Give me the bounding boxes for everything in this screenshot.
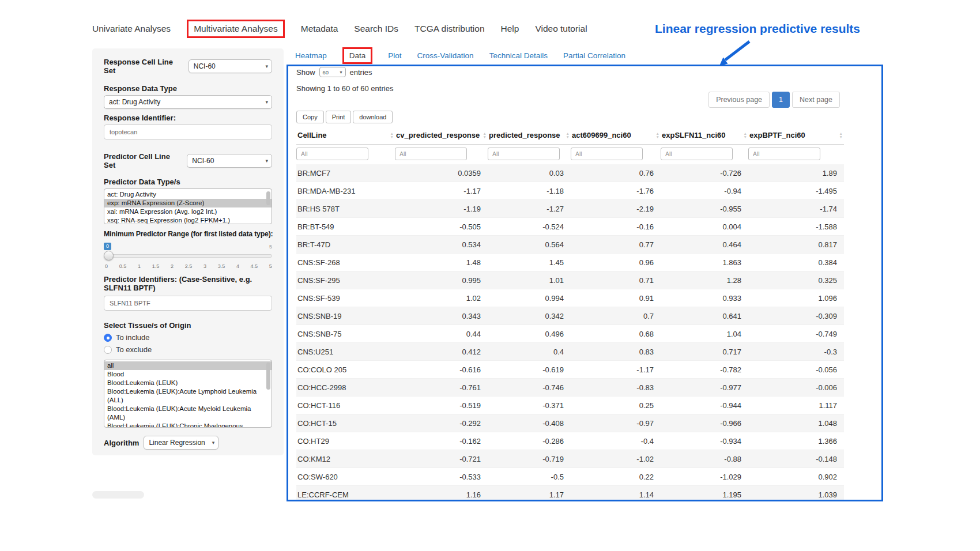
listbox-option[interactable]: all — [104, 361, 272, 370]
predictor-data-type-listbox[interactable]: act: Drug Activity exp: mRNA Expression … — [104, 188, 272, 224]
column-header[interactable]: predicted_response ▲ ▼ — [488, 126, 571, 144]
nav-item[interactable]: TCGA distribution — [414, 21, 484, 36]
sort-icon[interactable]: ▲ ▼ — [744, 132, 747, 139]
sort-icon[interactable]: ▲ ▼ — [483, 132, 487, 139]
slider-value-badge: 0 — [104, 243, 111, 250]
column-header[interactable]: act609699_nci60 ▲ ▼ — [571, 126, 661, 144]
value-cell: -0.719 — [488, 450, 571, 467]
previous-page-button[interactable]: Previous page — [708, 92, 770, 108]
column-header[interactable]: expSLFN11_nci60 ▲ ▼ — [661, 126, 748, 144]
slider-handle[interactable] — [104, 251, 114, 261]
radio-icon[interactable] — [104, 346, 112, 354]
sort-icon[interactable]: ▲ ▼ — [566, 132, 570, 139]
nav-item[interactable]: Help — [501, 21, 519, 36]
listbox-option[interactable]: Blood — [104, 370, 272, 379]
tab[interactable]: Data — [342, 47, 373, 64]
select-value: NCI-60 — [194, 62, 216, 70]
sort-icon[interactable]: ▲ ▼ — [656, 132, 659, 139]
column-header[interactable]: cv_predicted_response ▲ ▼ — [395, 126, 488, 144]
column-filter-input[interactable] — [488, 148, 560, 160]
value-cell: -0.3 — [748, 343, 844, 360]
slider-track[interactable] — [104, 254, 272, 258]
algorithm-select[interactable]: Linear Regression ▾ — [144, 436, 218, 450]
column-header[interactable]: CellLine ▲ ▼ — [296, 126, 395, 144]
nav-item[interactable]: Multivariate Analyses — [187, 20, 285, 38]
predictor-identifiers-input[interactable] — [104, 296, 272, 311]
column-label: CellLine — [297, 131, 327, 139]
listbox-option[interactable]: exp: mRNA Expression (Z-Score) — [104, 199, 272, 207]
sort-desc-icon: ▼ — [656, 135, 659, 139]
column-label: predicted_response — [489, 131, 560, 139]
value-cell: 1.863 — [661, 254, 748, 271]
chevron-down-icon: ▾ — [265, 64, 268, 69]
listbox-option[interactable]: act: Drug Activity — [104, 190, 272, 199]
column-filter-input[interactable] — [296, 148, 368, 160]
sort-icon[interactable]: ▲ ▼ — [839, 132, 843, 139]
cellline-cell: CO:HCC-2998 — [296, 379, 395, 396]
export-button[interactable]: Print — [326, 111, 352, 123]
listbox-option[interactable]: Blood:Leukemia (LEUK):Acute Lymphoid Leu… — [104, 387, 272, 405]
table-row: CO:KM12 -0.721 -0.719 -1.02 -0.88 -0.148 — [296, 450, 844, 468]
listbox-option[interactable]: xsq: RNA-seq Expression (log2 FPKM+1.) — [104, 216, 272, 224]
value-cell: -0.746 — [488, 379, 571, 396]
nav-item[interactable]: Univariate Analyses — [92, 21, 171, 36]
next-page-button[interactable]: Next page — [792, 92, 840, 108]
column-filter-input[interactable] — [748, 148, 820, 160]
column-filter-input[interactable] — [395, 148, 467, 160]
partial-element — [92, 491, 144, 499]
response-data-type-select[interactable]: act: Drug Activity ▾ — [104, 95, 272, 109]
scrollbar[interactable] — [266, 190, 271, 222]
nav-item[interactable]: Metadata — [301, 21, 338, 36]
algorithm-row: Algorithm Linear Regression ▾ — [104, 436, 272, 450]
value-cell: -2.19 — [571, 200, 661, 217]
value-cell: -0.006 — [748, 379, 844, 396]
value-cell: 0.325 — [748, 271, 844, 289]
value-cell: -0.524 — [488, 218, 571, 235]
table-row: CNS:SNB-75 0.44 0.496 0.68 1.04 -0.749 — [296, 325, 844, 343]
tab[interactable]: Partial Correlation — [563, 51, 625, 60]
table-row: BR:HS 578T -1.19 -1.27 -2.19 -0.955 -1.7… — [296, 200, 844, 218]
listbox-option[interactable]: Blood:Leukemia (LEUK):Chronic Myelogenou… — [104, 422, 272, 428]
value-cell: -0.408 — [488, 414, 571, 432]
tab[interactable]: Technical Details — [489, 51, 548, 60]
scrollbar[interactable] — [266, 361, 271, 426]
predictor-identifiers-label: Predictor Identifiers: (Case-Sensitive, … — [104, 275, 272, 292]
page-length-select[interactable]: 60 ▾ — [319, 67, 346, 77]
column-filter-input[interactable] — [571, 148, 643, 160]
value-cell: 0.995 — [395, 271, 488, 289]
listbox-option[interactable]: Blood:Leukemia (LEUK):Acute Myeloid Leuk… — [104, 405, 272, 422]
tab[interactable]: Cross-Validation — [417, 51, 474, 60]
slider-tick-label: 4 — [236, 263, 239, 269]
column-header[interactable]: expBPTF_nci60 ▲ ▼ — [748, 126, 844, 144]
radio-icon[interactable] — [104, 334, 112, 342]
sort-desc-icon: ▼ — [744, 135, 747, 139]
tab[interactable]: Heatmap — [295, 51, 327, 60]
value-cell: -0.533 — [395, 468, 488, 485]
nav-item[interactable]: Search IDs — [354, 21, 398, 36]
page-number-button[interactable]: 1 — [772, 92, 790, 108]
cellline-cell: CO:HCT-15 — [296, 414, 395, 432]
predictor-cell-line-set-select[interactable]: NCI-60 ▾ — [187, 154, 272, 168]
export-button[interactable]: download — [353, 111, 393, 123]
listbox-option[interactable]: xai: mRNA Expression (Avg. log2 Int.) — [104, 207, 272, 216]
export-button[interactable]: Copy — [296, 111, 324, 123]
radio-option[interactable]: To include — [104, 333, 272, 342]
scrollbar-thumb[interactable] — [266, 191, 270, 205]
nav-item[interactable]: Video tutorial — [535, 21, 587, 36]
table-row: CO:HCT-15 -0.292 -0.408 -0.97 -0.966 1.0… — [296, 414, 844, 432]
response-cell-line-set-select[interactable]: NCI-60 ▾ — [189, 59, 272, 73]
column-label: expBPTF_nci60 — [749, 131, 805, 139]
radio-option[interactable]: To exclude — [104, 345, 272, 354]
cellline-cell: CO:HCT-116 — [296, 397, 395, 414]
value-cell: -0.056 — [748, 361, 844, 378]
tab[interactable]: Plot — [388, 51, 401, 60]
sort-icon[interactable]: ▲ ▼ — [390, 132, 394, 139]
response-identifier-input[interactable] — [104, 124, 272, 139]
value-cell: -0.505 — [395, 218, 488, 235]
scrollbar-thumb[interactable] — [266, 363, 270, 390]
slider-tick-label: 1.5 — [152, 263, 160, 269]
tissue-listbox[interactable]: all Blood Blood:Leukemia (LEUK) Blood:Le… — [104, 360, 272, 428]
column-filter-input[interactable] — [661, 148, 733, 160]
value-cell: 0.22 — [571, 468, 661, 485]
listbox-option[interactable]: Blood:Leukemia (LEUK) — [104, 379, 272, 387]
